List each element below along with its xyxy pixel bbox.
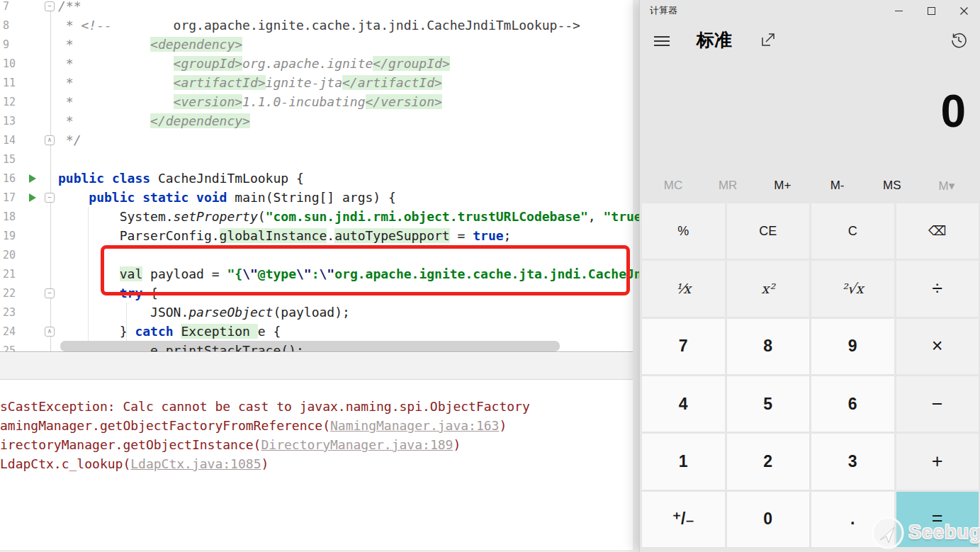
calculator-titlebar[interactable]: 计算器 <box>640 0 980 21</box>
stack-trace-link[interactable]: DirectoryManager.java:189 <box>261 437 453 452</box>
fold-marker[interactable]: ∧ <box>45 327 55 337</box>
hamburger-icon <box>654 45 670 46</box>
line-number: 14 <box>0 134 24 147</box>
calc-button[interactable]: x² <box>727 261 810 316</box>
fold-marker[interactable]: − <box>45 193 55 203</box>
stack-trace-link[interactable]: LdapCtx.java:1085 <box>130 456 261 471</box>
line-number: 22 <box>0 287 24 300</box>
calc-button[interactable]: 6 <box>811 376 894 432</box>
line-number: 8 <box>0 19 24 32</box>
maximize-button[interactable] <box>915 0 947 21</box>
calc-button[interactable]: ²√x <box>811 261 894 316</box>
code-segment: * <box>58 94 174 109</box>
calc-button-label: 7 <box>679 337 688 356</box>
maximize-icon <box>928 7 935 15</box>
calculator-title: 计算器 <box>640 4 882 17</box>
calc-button[interactable]: 7 <box>642 319 725 374</box>
memory-button-MR[interactable]: MR <box>711 179 744 193</box>
calc-button[interactable]: 0 <box>727 492 810 547</box>
memory-button-M+[interactable]: M+ <box>766 179 799 193</box>
code-segment <box>135 190 142 205</box>
memory-button-MS[interactable]: MS <box>876 179 908 193</box>
code-segment: . <box>327 228 334 243</box>
code-segment: * <box>58 75 174 90</box>
code-text: * <!-- org.apache.ignite.cache.jta.jndi.… <box>58 16 580 35</box>
code-text: e.printStackTrace(); <box>58 341 304 352</box>
calc-button-label: 4 <box>679 395 688 414</box>
run-button-icon[interactable] <box>29 193 36 202</box>
line-number: 15 <box>0 153 24 166</box>
fold-marker[interactable]: − <box>45 1 55 11</box>
line-number: 10 <box>0 57 24 70</box>
code-segment: * <box>58 113 150 128</box>
code-text: * <version>1.1.0-incubating</version> <box>58 92 442 111</box>
calc-button[interactable]: 1 <box>642 434 725 489</box>
code-line: 7−/** <box>0 0 639 16</box>
code-segment: e.printStackTrace(); <box>58 343 304 352</box>
code-editor[interactable]: 7−/**8 * <!-- org.apache.ignite.cache.jt… <box>0 0 639 352</box>
menu-button[interactable] <box>654 33 670 50</box>
stack-trace-segment: irectoryManager.getObjectInstance( <box>0 437 261 452</box>
code-segment: */ <box>58 133 81 147</box>
code-segment <box>58 190 89 205</box>
calc-button[interactable]: ⅟x <box>642 261 725 316</box>
calc-button-label: C <box>848 224 857 239</box>
calc-button[interactable]: 2 <box>727 434 810 489</box>
calc-button[interactable]: ÷ <box>896 261 979 316</box>
run-button-icon[interactable] <box>29 174 36 183</box>
stack-trace-link[interactable]: NamingManager.java:163 <box>330 418 499 433</box>
code-line: 17− public static void main(String[] arg… <box>0 188 639 207</box>
code-segment: org.apache.ignite.cache.jta.jndi.CacheJn… <box>174 18 580 33</box>
calc-button[interactable]: ⌫ <box>896 203 979 259</box>
calc-button[interactable]: 5 <box>727 376 810 432</box>
calc-button[interactable]: 9 <box>811 319 894 374</box>
code-segment: } <box>58 324 135 339</box>
line-number: 12 <box>0 96 24 108</box>
code-segment: = <box>450 228 473 243</box>
calc-button[interactable]: % <box>642 203 725 259</box>
calc-button-label: 9 <box>848 337 857 356</box>
stack-trace-segment: ) <box>453 437 461 452</box>
calculator-keypad: %CEC⌫⅟xx²²√x÷789×456−123+⁺/₋0.= <box>642 203 979 547</box>
calc-button[interactable]: 8 <box>727 319 810 374</box>
calc-button-label: + <box>932 451 943 473</box>
calc-button-label: × <box>932 335 943 357</box>
stack-trace-segment: ) <box>261 456 269 471</box>
memory-button-M[interactable]: M- <box>821 179 854 193</box>
code-segment <box>174 324 181 339</box>
calc-button[interactable]: 4 <box>642 376 725 432</box>
code-segment: "true"); <box>603 209 639 224</box>
run-console-output[interactable]: sCastException: Calc cannot be cast to j… <box>0 381 639 551</box>
calculator-display: 0 <box>640 71 966 152</box>
gutter-fold-cell: − <box>41 288 58 298</box>
close-button[interactable] <box>947 0 980 21</box>
calc-button[interactable]: 3 <box>811 434 894 489</box>
fold-marker[interactable]: − <box>45 288 55 298</box>
line-number: 19 <box>0 230 24 242</box>
code-line: 14∧ */ <box>0 130 639 150</box>
calc-button[interactable]: × <box>896 319 979 374</box>
code-text: */ <box>58 130 81 150</box>
calc-button[interactable]: + <box>896 434 979 489</box>
calc-button-label: ⁺/₋ <box>672 509 694 529</box>
code-segment: System. <box>58 209 174 224</box>
keep-on-top-icon <box>760 32 776 47</box>
code-segment: Exception <box>181 324 257 339</box>
memory-button-row: MCMRM+M-MSM▾ <box>640 170 980 201</box>
calc-button[interactable]: C <box>811 203 894 259</box>
memory-button-MC[interactable]: MC <box>657 179 689 193</box>
calc-button[interactable]: CE <box>727 203 810 259</box>
memory-button-M[interactable]: M▾ <box>930 179 963 193</box>
code-line: 8 * <!-- org.apache.ignite.cache.jta.jnd… <box>0 16 639 35</box>
gutter-fold-cell: ∧ <box>41 135 58 145</box>
calc-button[interactable]: − <box>896 376 979 432</box>
code-line: 11 * <artifactId>ignite-jta</artifactId> <box>0 73 639 92</box>
keep-on-top-button[interactable] <box>760 32 776 50</box>
history-button[interactable] <box>950 32 967 52</box>
minimize-button[interactable] <box>882 0 915 21</box>
calc-button[interactable]: ⁺/₋ <box>642 492 725 547</box>
fold-marker[interactable]: ∧ <box>45 135 55 145</box>
calc-button-label: ⌫ <box>928 223 946 239</box>
code-segment: * <box>58 56 174 71</box>
calc-button-label: ÷ <box>932 278 942 300</box>
